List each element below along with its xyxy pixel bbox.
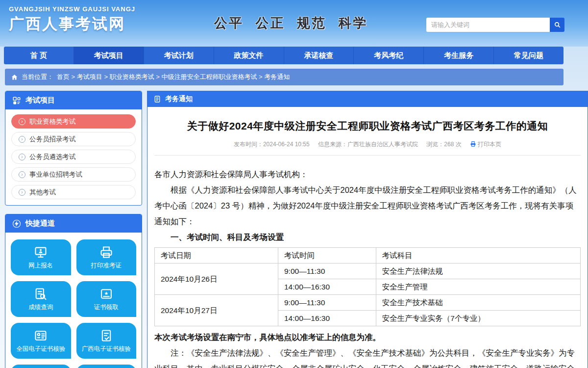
- quick-channel-header: 快捷通道: [5, 214, 142, 233]
- breadcrumb-separator: >: [257, 73, 264, 80]
- nav-item[interactable]: 承诺核查: [284, 47, 354, 64]
- content-area: 考试项目 ›职业资格类考试›公务员招录考试›公务员遴选考试›事业单位招聘考试›其…: [5, 91, 588, 368]
- sidebar-item[interactable]: ›公务员遴选考试: [11, 150, 136, 164]
- sidebar-item[interactable]: ›事业单位招聘考试: [11, 167, 136, 182]
- print-link[interactable]: 打印本页: [470, 141, 501, 148]
- certificate-icon: [99, 287, 113, 301]
- table-header-cell: 考试日期: [155, 248, 278, 263]
- category-icon: [12, 96, 21, 105]
- doc-check-icon: [99, 329, 113, 342]
- exam-menu-list: ›职业资格类考试›公务员招录考试›公务员遴选考试›事业单位招聘考试›其他考试: [5, 109, 142, 205]
- breadcrumb-item[interactable]: 职业资格类考试: [110, 73, 154, 80]
- venue-note: 本次考试考场设置在南宁市，具体地点以准考证上的信息为准。: [154, 329, 581, 345]
- sidebar-item-label: 职业资格类考试: [29, 117, 76, 126]
- section-title: 考务通知: [165, 95, 193, 104]
- article-body: 各市人力资源和社会保障局人事考试机构： 根据《人力资源和社会保障部人事考试中心关…: [154, 166, 581, 368]
- exam-menu-title: 考试项目: [25, 96, 55, 105]
- site-slogan: 公平 公正 规范 科学: [214, 14, 368, 32]
- quick-tile-label: 打印准考证: [91, 262, 122, 270]
- quick-tile-label: 成绩查询: [28, 303, 53, 312]
- nav-item[interactable]: 考风考纪: [353, 47, 423, 64]
- breadcrumb-item[interactable]: 中级注册安全工程师职业资格考试: [161, 73, 257, 80]
- section-header: 考务通知: [147, 91, 588, 107]
- search-icon: [554, 21, 561, 28]
- exam-subject-cell: 安全生产技术基础: [376, 295, 580, 311]
- site-header: GVANGJSIH YINZSW GAUJSI VANGJ 广西人事考试网 公平…: [0, 0, 588, 47]
- paragraph-salutation: 各市人力资源和社会保障局人事考试机构：: [154, 166, 581, 182]
- quick-tile[interactable]: 网上报名: [11, 239, 71, 275]
- nav-item[interactable]: 考生服务: [423, 47, 493, 64]
- site-logo[interactable]: GVANGJSIH YINZSW GAUJSI VANGJ 广西人事考试网: [9, 5, 135, 34]
- printer-icon: [99, 245, 113, 259]
- sidebar-item-label: 事业单位招聘考试: [29, 170, 82, 179]
- doc-search-icon: [34, 287, 48, 301]
- monitor-user-icon: [34, 245, 48, 259]
- search-button[interactable]: [550, 18, 564, 32]
- nav-item[interactable]: 常见问题: [493, 47, 564, 64]
- sidebar-item[interactable]: ›公务员招录考试: [11, 132, 136, 146]
- quick-tile[interactable]: 成绩查询: [11, 281, 71, 317]
- sidebar-item[interactable]: ›职业资格类考试: [11, 114, 136, 129]
- quick-channel-panel: 快捷通道 网上报名打印准考证成绩查询证书领取全国电子证书核验广西电子证书核验: [5, 214, 142, 368]
- search-input[interactable]: [426, 18, 550, 32]
- quick-channel-title: 快捷通道: [25, 219, 55, 228]
- quick-tile[interactable]: 证书领取: [76, 281, 137, 317]
- main-panel: 考务通知 关于做好2024年度中级注册安全工程师职业资格考试广西考区考务工作的通…: [147, 91, 588, 368]
- table-row: 2024年10月26日9:00—11:30安全生产法律法规: [155, 263, 581, 279]
- quick-tile[interactable]: 打印准考证: [76, 239, 137, 275]
- table-header-row: 考试日期考试时间考试科目: [155, 248, 581, 263]
- print-label: 打印本页: [478, 141, 501, 148]
- quick-tile-label: 网上报名: [28, 262, 53, 270]
- circle-arrow-icon: ›: [19, 118, 25, 125]
- nav-item[interactable]: 政策文件: [214, 47, 284, 64]
- subject-note: 注：《安全生产法律法规》、《安全生产管理》、《安全生产技术基础》为公共科目，《安…: [154, 345, 581, 368]
- exam-schedule-table: 考试日期考试时间考试科目2024年10月26日9:00—11:30安全生产法律法…: [154, 247, 581, 326]
- sidebar: 考试项目 ›职业资格类考试›公务员招录考试›公务员遴选考试›事业单位招聘考试›其…: [5, 91, 142, 368]
- circle-arrow-icon: ›: [19, 136, 25, 143]
- breadcrumb-item[interactable]: 考试项目: [77, 73, 102, 80]
- exam-subject-cell: 安全生产专业实务（7个专业）: [376, 311, 580, 326]
- breadcrumb-item[interactable]: 首页: [57, 73, 70, 80]
- exam-date-cell: 2024年10月26日: [155, 263, 278, 295]
- search-bar: [426, 18, 564, 32]
- quick-tile-label: 全国电子证书核验: [16, 345, 65, 353]
- nav-item[interactable]: 考试计划: [144, 47, 214, 64]
- breadcrumb-separator: >: [102, 73, 110, 80]
- article-meta: 发布时间：2024-06-24 10:55 信息来源：广西壮族自治区人事考试院 …: [154, 140, 581, 149]
- quick-tile[interactable]: 广西电子证书核验: [76, 323, 137, 359]
- quick-tile-partial[interactable]: [11, 365, 71, 368]
- exam-menu-panel: 考试项目 ›职业资格类考试›公务员招录考试›公务员遴选考试›事业单位招聘考试›其…: [5, 91, 142, 206]
- breadcrumb-label: 当前位置：: [22, 73, 53, 81]
- info-source: 信息来源：广西壮族自治区人事考试院: [318, 141, 418, 148]
- quick-tile-partial[interactable]: [76, 365, 137, 368]
- breadcrumb-separator: >: [70, 73, 77, 80]
- breadcrumb-separator: >: [154, 73, 162, 80]
- sidebar-item[interactable]: ›其他考试: [11, 185, 136, 199]
- divider: [154, 155, 581, 156]
- breadcrumb-item: 考务通知: [264, 73, 290, 80]
- publish-time: 发布时间：2024-06-24 10:55: [234, 141, 310, 148]
- nav-item[interactable]: 考试项目: [74, 47, 144, 64]
- breadcrumb: 当前位置： 首页 > 考试项目 > 职业资格类考试 > 中级注册安全工程师职业资…: [5, 69, 564, 85]
- lightning-icon: [12, 219, 21, 228]
- table-row: 2024年10月27日9:00—11:30安全生产技术基础: [155, 295, 581, 311]
- id-card-icon: [34, 329, 48, 342]
- logo-subtitle: GVANGJSIH YINZSW GAUJSI VANGJ: [9, 5, 135, 13]
- quick-tile-label: 广西电子证书核验: [82, 345, 131, 353]
- exam-subject-cell: 安全生产法律法规: [376, 263, 580, 279]
- article: 关于做好2024年度中级注册安全工程师职业资格考试广西考区考务工作的通知 发布时…: [147, 119, 588, 368]
- circle-arrow-icon: ›: [19, 171, 25, 178]
- quick-tile-label: 证书领取: [94, 303, 119, 312]
- quick-channel-tiles: 网上报名打印准考证成绩查询证书领取全国电子证书核验广西电子证书核验: [5, 233, 142, 368]
- nav-item[interactable]: 首 页: [4, 47, 74, 64]
- document-icon: [153, 95, 161, 103]
- table-header-cell: 考试科目: [376, 248, 580, 263]
- circle-arrow-icon: ›: [19, 189, 25, 196]
- quick-tile[interactable]: 全国电子证书核验: [11, 323, 71, 359]
- table-header-cell: 考试时间: [278, 248, 376, 263]
- page: GVANGJSIH YINZSW GAUJSI VANGJ 广西人事考试网 公平…: [0, 0, 588, 368]
- sidebar-item-label: 公务员遴选考试: [29, 153, 76, 161]
- circle-arrow-icon: ›: [19, 154, 25, 160]
- exam-time-cell: 9:00—11:30: [278, 263, 376, 279]
- home-icon: [11, 74, 18, 81]
